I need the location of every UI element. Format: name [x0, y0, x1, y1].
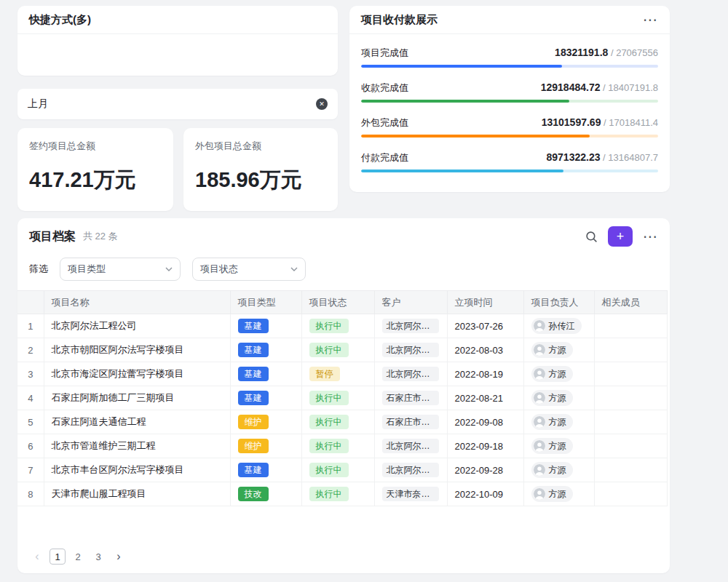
owner-cell[interactable]: 方源	[523, 434, 594, 458]
page-button-1[interactable]: 1	[50, 549, 66, 565]
clear-filter-icon[interactable]: ✕	[316, 98, 328, 110]
customer-cell[interactable]: 北京阿尔法工程公司	[374, 458, 447, 482]
project-type-cell[interactable]: 基建	[230, 362, 301, 386]
customer-tag: 北京阿尔法工程公司	[382, 343, 439, 357]
table-row[interactable]: 4石家庄阿斯加德工厂三期项目基建执行中石家庄市A县2022-08-21方源	[17, 386, 667, 410]
customer-cell[interactable]: 北京阿尔法工程公司	[374, 434, 447, 458]
progress-track	[361, 170, 658, 172]
project-status-cell[interactable]: 执行中	[301, 314, 374, 338]
progress-label: 收款完成值	[361, 81, 408, 95]
column-header-project-name[interactable]: 项目名称	[44, 291, 230, 314]
project-name-cell[interactable]: 石家庄阿道夫通信工程	[44, 410, 230, 434]
project-status-cell[interactable]: 执行中	[301, 458, 374, 482]
progress-row: 项目完成值18321191.8 / 27067556	[361, 46, 658, 81]
column-header-members[interactable]: 相关成员	[594, 291, 667, 314]
table-row[interactable]: 7北京市丰台区阿尔法写字楼项目基建执行中北京阿尔法工程公司2022-09-28方…	[17, 458, 667, 482]
members-cell[interactable]	[594, 434, 667, 458]
prev-page-icon[interactable]: ‹	[29, 549, 45, 565]
project-type-cell[interactable]: 基建	[230, 338, 301, 362]
customer-cell[interactable]: 石家庄市A县	[374, 410, 447, 434]
owner-cell[interactable]: 方源	[523, 362, 594, 386]
owner-name: 方源	[549, 440, 566, 453]
members-cell[interactable]	[594, 314, 667, 338]
members-cell[interactable]	[594, 386, 667, 410]
start-date-cell[interactable]: 2022-08-19	[447, 362, 523, 386]
page-button-2[interactable]: 2	[70, 549, 86, 565]
customer-cell[interactable]: 北京阿尔法工程公司	[374, 314, 447, 338]
start-date-cell[interactable]: 2023-07-26	[447, 314, 523, 338]
project-status-cell[interactable]: 执行中	[301, 434, 374, 458]
customer-cell[interactable]: 石家庄市A县	[374, 386, 447, 410]
project-status-cell[interactable]: 执行中	[301, 338, 374, 362]
members-cell[interactable]	[594, 362, 667, 386]
members-cell[interactable]	[594, 338, 667, 362]
members-cell[interactable]	[594, 482, 667, 506]
project-type-filter[interactable]: 项目类型	[60, 258, 181, 281]
project-status-filter[interactable]: 项目状态	[192, 258, 306, 281]
next-page-icon[interactable]: ›	[111, 549, 127, 565]
customer-tag: 北京阿尔法工程公司	[382, 439, 439, 453]
column-header-index	[17, 291, 44, 314]
owner-cell[interactable]: 方源	[523, 410, 594, 434]
project-name-cell[interactable]: 北京市朝阳区阿尔法写字楼项目	[44, 338, 230, 362]
project-name-cell[interactable]: 天津市爬山服工程项目	[44, 482, 230, 506]
owner-cell[interactable]: 方源	[523, 458, 594, 482]
project-type-tag: 基建	[238, 319, 269, 333]
project-type-cell[interactable]: 基建	[230, 386, 301, 410]
customer-cell[interactable]: 北京阿尔法工程公司	[374, 362, 447, 386]
owner-cell[interactable]: 方源	[523, 482, 594, 506]
project-type-cell[interactable]: 维护	[230, 434, 301, 458]
column-header-project-status[interactable]: 项目状态	[301, 291, 374, 314]
start-date-cell[interactable]: 2022-10-09	[447, 482, 523, 506]
project-name-cell[interactable]: 北京市管道维护三期工程	[44, 434, 230, 458]
column-header-start-date[interactable]: 立项时间	[447, 291, 523, 314]
project-type-cell[interactable]: 技改	[230, 482, 301, 506]
members-cell[interactable]	[594, 458, 667, 482]
start-date-cell[interactable]: 2022-08-03	[447, 338, 523, 362]
column-header-customer[interactable]: 客户	[374, 291, 447, 314]
search-icon[interactable]	[585, 231, 598, 243]
customer-cell[interactable]: 北京阿尔法工程公司	[374, 338, 447, 362]
project-name-cell[interactable]: 北京市丰台区阿尔法写字楼项目	[44, 458, 230, 482]
filter-row: 筛选 项目类型 项目状态	[17, 255, 670, 290]
start-date-cell[interactable]: 2022-08-21	[447, 386, 523, 410]
project-type-cell[interactable]: 基建	[230, 458, 301, 482]
owner-cell[interactable]: 孙传江	[523, 314, 594, 338]
start-date-cell[interactable]: 2022-09-28	[447, 458, 523, 482]
owner-name: 方源	[549, 416, 566, 428]
project-status-cell[interactable]: 执行中	[301, 482, 374, 506]
page-button-3[interactable]: 3	[90, 549, 106, 565]
table-row[interactable]: 2北京市朝阳区阿尔法写字楼项目基建执行中北京阿尔法工程公司2022-08-03方…	[17, 338, 667, 362]
table-row[interactable]: 8天津市爬山服工程项目技改执行中天津市奈文摩尔2022-10-09方源	[17, 482, 667, 506]
project-type-tag: 技改	[238, 487, 269, 501]
owner-cell[interactable]: 方源	[523, 386, 594, 410]
table-more-icon[interactable]: ⋯	[643, 229, 658, 244]
project-type-cell[interactable]: 维护	[230, 410, 301, 434]
project-status-cell[interactable]: 执行中	[301, 386, 374, 410]
owner-name: 方源	[549, 392, 566, 404]
project-status-cell[interactable]: 执行中	[301, 410, 374, 434]
project-type-cell[interactable]: 基建	[230, 314, 301, 338]
column-header-owner[interactable]: 项目负责人	[523, 291, 594, 314]
owner-name: 孙传江	[549, 320, 575, 332]
start-date-cell[interactable]: 2022-09-18	[447, 434, 523, 458]
project-type-tag: 基建	[238, 367, 269, 381]
table-row[interactable]: 6北京市管道维护三期工程维护执行中北京阿尔法工程公司2022-09-18方源	[17, 434, 667, 458]
project-name-cell[interactable]: 北京阿尔法工程公司	[44, 314, 230, 338]
table-row[interactable]: 3北京市海淀区阿拉蕾写字楼项目基建暂停北京阿尔法工程公司2022-08-19方源	[17, 362, 667, 386]
progress-fill	[361, 100, 569, 103]
members-cell[interactable]	[594, 410, 667, 434]
outsourced-amount-card: 外包项目总金额 185.96万元	[183, 128, 338, 211]
table-row[interactable]: 1北京阿尔法工程公司基建执行中北京阿尔法工程公司2023-07-26孙传江	[17, 314, 667, 338]
column-header-project-type[interactable]: 项目类型	[230, 291, 301, 314]
project-name-cell[interactable]: 北京市海淀区阿拉蕾写字楼项目	[44, 362, 230, 386]
add-record-button[interactable]: +	[608, 226, 633, 247]
project-name-cell[interactable]: 石家庄阿斯加德工厂三期项目	[44, 386, 230, 410]
owner-cell[interactable]: 方源	[523, 338, 594, 362]
project-status-cell[interactable]: 暂停	[301, 362, 374, 386]
table-row[interactable]: 5石家庄阿道夫通信工程维护执行中石家庄市A县2022-09-08方源	[17, 410, 667, 434]
start-date-cell[interactable]: 2022-09-08	[447, 410, 523, 434]
customer-cell[interactable]: 天津市奈文摩尔	[374, 482, 447, 506]
month-filter-select[interactable]: 上月 ✕	[17, 89, 338, 119]
payment-more-icon[interactable]: ⋯	[643, 12, 658, 27]
